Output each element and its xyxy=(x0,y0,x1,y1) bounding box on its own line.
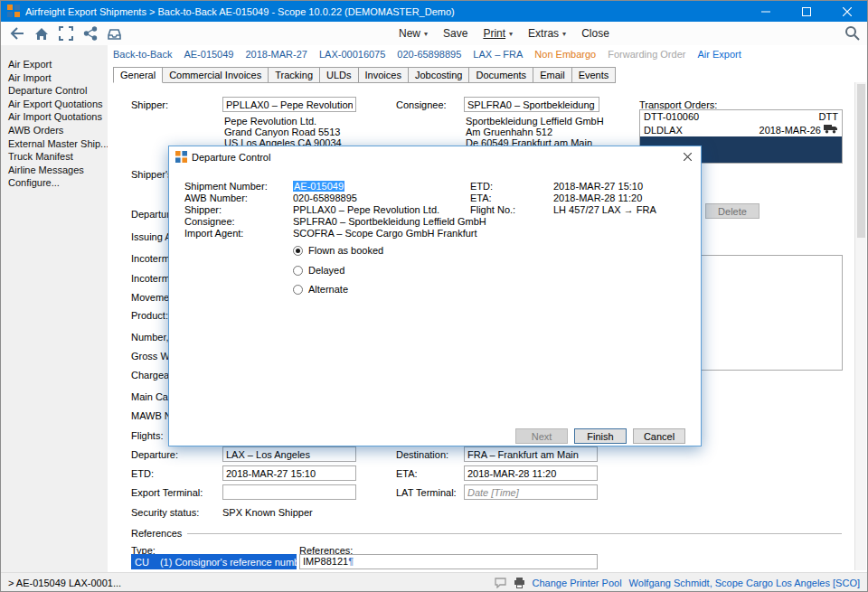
dialog-title: Departure Control xyxy=(192,152,270,163)
consignee-address: Sportbekleidung Leffield GmbH Am Gruenha… xyxy=(466,116,604,148)
tab-tracking[interactable]: Tracking xyxy=(269,67,320,83)
tab-jobcosting[interactable]: Jobcosting xyxy=(409,67,470,83)
transport-order-kind: DTT xyxy=(819,111,838,123)
inbox-tray-icon[interactable] xyxy=(102,23,127,44)
share-icon[interactable] xyxy=(78,23,102,44)
menu-bar: New▾ Save Print▾ Extras▾ Close xyxy=(399,22,609,45)
sidebar-item-air-export-quotations[interactable]: Air Export Quotations xyxy=(1,98,108,111)
consignee-address-line: Sportbekleidung Leffield GmbH xyxy=(466,116,604,127)
next-button[interactable]: Next xyxy=(515,428,568,444)
breadcrumb-item[interactable]: 2018-MAR-27 xyxy=(245,49,307,60)
breadcrumb-item[interactable]: LAX-00016075 xyxy=(319,49,385,60)
lat-terminal-input[interactable] xyxy=(464,484,598,500)
etd-input[interactable] xyxy=(222,465,356,481)
vertical-scrollbar[interactable] xyxy=(854,82,866,570)
breadcrumb-item[interactable]: AE-015049 xyxy=(184,49,233,60)
destination-input[interactable] xyxy=(464,446,598,462)
expand-icon[interactable] xyxy=(53,23,78,44)
transport-order-row[interactable]: DLDLAX 2018-MAR-26 xyxy=(640,123,842,136)
cancel-button[interactable]: Cancel xyxy=(633,428,685,444)
menu-save[interactable]: Save xyxy=(443,27,467,40)
sidebar-item-external-master[interactable]: External Master Ship... xyxy=(1,137,108,151)
window-controls xyxy=(745,1,867,22)
dialog-titlebar[interactable]: Departure Control xyxy=(169,146,701,167)
shipper-address: Pepe Revolution Ltd. Grand Canyon Road 5… xyxy=(224,116,342,148)
tab-invoices[interactable]: Invoices xyxy=(359,67,409,83)
consignee-label: Consignee: xyxy=(396,99,447,110)
references-input[interactable]: IMP88121¶ xyxy=(299,554,598,569)
dialog-app-icon xyxy=(175,151,187,163)
import-agent-value: SCOFRA – Scope Cargo GmbH Frankfurt xyxy=(293,228,477,239)
radio-flown-as-booked-label: Flown as booked xyxy=(308,245,383,256)
menu-extras[interactable]: Extras▾ xyxy=(528,27,566,40)
comment-icon[interactable] xyxy=(495,578,506,588)
tab-events[interactable]: Events xyxy=(572,67,617,83)
reference-type-combo[interactable]: CU (1) Consignor's reference number xyxy=(131,554,297,569)
export-terminal-input[interactable] xyxy=(222,484,356,500)
shipment-number-label: Shipment Number: xyxy=(184,181,268,192)
sidebar-item-configure[interactable]: Configure... xyxy=(1,176,108,190)
current-user-link[interactable]: Wolfgang Schmidt, Scope Cargo Los Angele… xyxy=(629,578,860,588)
module-status: Air Export xyxy=(697,49,741,60)
chevron-down-icon: ▾ xyxy=(562,30,566,38)
change-printer-pool-link[interactable]: Change Printer Pool xyxy=(533,578,622,588)
radio-delayed-label: Delayed xyxy=(308,265,344,276)
sidebar-item-departure-control[interactable]: Departure Control xyxy=(1,84,108,98)
finish-button[interactable]: Finish xyxy=(574,428,627,444)
tab-documents[interactable]: Documents xyxy=(469,67,533,83)
delete-button[interactable]: Delete xyxy=(705,203,760,219)
minimize-button[interactable] xyxy=(745,1,786,22)
dialog-close-icon[interactable] xyxy=(674,146,701,167)
close-button[interactable] xyxy=(826,1,867,22)
menu-close[interactable]: Close xyxy=(581,27,609,40)
transport-order-date: 2018-MAR-26 xyxy=(760,125,821,136)
breadcrumb: Back-to-Back AE-015049 2018-MAR-27 LAX-0… xyxy=(113,49,741,60)
sidebar-item-air-export[interactable]: Air Export xyxy=(1,58,108,71)
scrollbar-thumb[interactable] xyxy=(857,84,865,238)
eta-input[interactable] xyxy=(464,465,598,481)
sidebar-item-air-import[interactable]: Air Import xyxy=(1,71,108,85)
breadcrumb-item[interactable]: LAX – FRA xyxy=(473,49,523,60)
radio-alternate[interactable] xyxy=(293,285,303,295)
flight-no-label: Flight No.: xyxy=(470,204,515,215)
import-agent-label: Import Agent: xyxy=(184,228,243,239)
dialog-consignee-label: Consignee: xyxy=(184,216,235,227)
statusbar-shipment[interactable]: > AE-015049 LAX-0001... xyxy=(8,578,121,588)
search-icon[interactable] xyxy=(844,25,860,42)
breadcrumb-item[interactable]: 020-65898895 xyxy=(397,49,461,60)
menu-new[interactable]: New▾ xyxy=(399,27,428,40)
sidebar-item-truck-manifest[interactable]: Truck Manifest xyxy=(1,150,108,164)
tab-ulds[interactable]: ULDs xyxy=(320,67,359,83)
titlebar[interactable]: Airfreight Export Shipments > Back-to-Ba… xyxy=(1,1,867,22)
dialog-etd-label: ETD: xyxy=(470,181,493,192)
tab-general[interactable]: General xyxy=(113,67,163,83)
breadcrumb-item[interactable]: Back-to-Back xyxy=(113,49,172,60)
application-window: Airfreight Export Shipments > Back-to-Ba… xyxy=(0,0,868,592)
menu-print[interactable]: Print▾ xyxy=(483,27,513,40)
radio-flown-as-booked[interactable] xyxy=(293,246,303,256)
maximize-button[interactable] xyxy=(786,1,826,22)
radio-delayed[interactable] xyxy=(293,266,303,276)
departure-control-dialog: Departure Control Shipment Number: AE-01… xyxy=(168,146,702,446)
transport-order-code: DLDLAX xyxy=(644,125,683,136)
tab-email[interactable]: Email xyxy=(533,67,572,83)
home-icon[interactable] xyxy=(29,23,53,44)
flight-departure-input[interactable] xyxy=(222,446,356,462)
sidebar-item-awb-orders[interactable]: AWB Orders xyxy=(1,124,108,137)
transport-order-row[interactable]: DTT-010060 DTT xyxy=(640,110,842,123)
shipper-label: Shipper: xyxy=(131,99,168,110)
back-icon[interactable] xyxy=(5,23,29,44)
sidebar-item-air-import-quotations[interactable]: Air Import Quotations xyxy=(1,110,108,124)
dialog-etd-value: 2018-MAR-27 15:10 xyxy=(553,181,643,192)
radio-alternate-label: Alternate xyxy=(308,284,348,295)
lat-terminal-label: LAT Terminal: xyxy=(396,487,457,498)
radio-row-delayed: Delayed xyxy=(293,265,344,276)
tab-commercial-invoices[interactable]: Commercial Invoices xyxy=(163,67,269,83)
shipper-input[interactable] xyxy=(222,97,356,112)
radio-row-alternate: Alternate xyxy=(293,284,348,295)
printer-icon[interactable] xyxy=(514,578,525,588)
dialog-consignee-value: SPLFRA0 – Sportbekleidung Leffield GmbH xyxy=(293,216,486,227)
etd-label: ETD: xyxy=(131,468,154,479)
consignee-input[interactable] xyxy=(464,97,599,112)
sidebar-item-airline-messages[interactable]: Airline Messages xyxy=(1,164,108,177)
